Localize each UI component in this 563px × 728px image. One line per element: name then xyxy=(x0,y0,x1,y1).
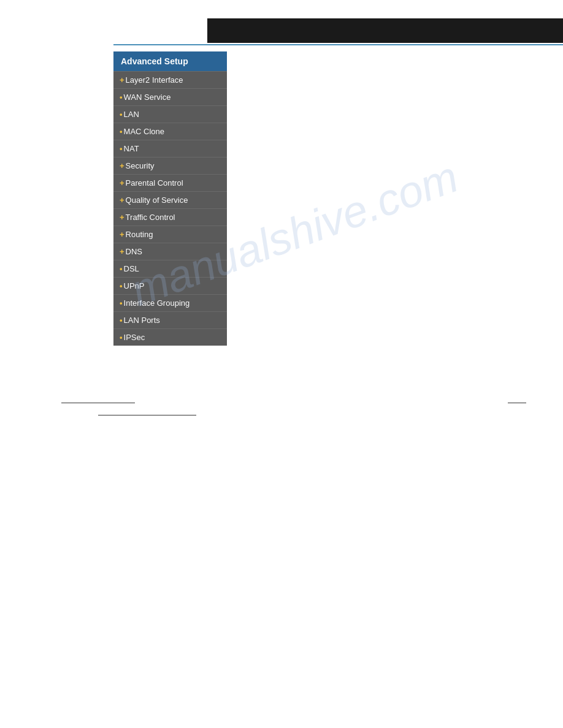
layer2-interface-prefix-icon: + xyxy=(120,75,124,85)
sidebar-item-upnp[interactable]: •UPnP xyxy=(113,277,227,294)
sidebar-item-wan-service[interactable]: •WAN Service xyxy=(113,88,227,105)
lan-label: LAN xyxy=(124,110,139,119)
sidebar-item-parental-control[interactable]: +Parental Control xyxy=(113,174,227,191)
sidebar-item-routing[interactable]: +Routing xyxy=(113,226,227,243)
quality-of-service-label: Quality of Service xyxy=(126,195,188,205)
sidebar-item-traffic-control[interactable]: +Traffic Control xyxy=(113,208,227,226)
interface-grouping-prefix-icon: • xyxy=(120,298,123,308)
sidebar-item-lan[interactable]: •LAN xyxy=(113,105,227,123)
lan-ports-label: LAN Ports xyxy=(124,316,160,325)
quality-of-service-prefix-icon: + xyxy=(120,195,124,205)
sidebar-item-quality-of-service[interactable]: +Quality of Service xyxy=(113,191,227,208)
wan-service-label: WAN Service xyxy=(124,93,171,102)
bottom-dash xyxy=(508,403,526,403)
layer2-interface-label: Layer2 Interface xyxy=(126,75,183,85)
upnp-label: UPnP xyxy=(124,281,145,290)
routing-prefix-icon: + xyxy=(120,230,124,239)
routing-label: Routing xyxy=(126,230,153,239)
bottom-line-2 xyxy=(98,415,196,415)
security-label: Security xyxy=(126,161,155,170)
sidebar-items: +Layer2 Interface•WAN Service•LAN•MAC Cl… xyxy=(113,71,227,346)
sidebar-item-dns[interactable]: +DNS xyxy=(113,243,227,260)
sidebar-header: Advanced Setup xyxy=(113,51,227,71)
interface-grouping-label: Interface Grouping xyxy=(124,298,190,308)
nat-label: NAT xyxy=(124,144,139,153)
ipsec-prefix-icon: • xyxy=(120,333,123,342)
mac-clone-prefix-icon: • xyxy=(120,127,123,136)
top-bar xyxy=(207,18,563,43)
sidebar-item-layer2-interface[interactable]: +Layer2 Interface xyxy=(113,71,227,88)
sidebar-item-nat[interactable]: •NAT xyxy=(113,140,227,157)
security-prefix-icon: + xyxy=(120,161,124,170)
lan-prefix-icon: • xyxy=(120,110,123,119)
bottom-line-1 xyxy=(61,403,135,403)
sidebar-item-lan-ports[interactable]: •LAN Ports xyxy=(113,311,227,328)
traffic-control-label: Traffic Control xyxy=(126,213,175,222)
dns-label: DNS xyxy=(126,247,142,256)
sidebar-item-interface-grouping[interactable]: •Interface Grouping xyxy=(113,294,227,311)
traffic-control-prefix-icon: + xyxy=(120,213,124,222)
lan-ports-prefix-icon: • xyxy=(120,316,123,325)
sidebar-item-ipsec[interactable]: •IPSec xyxy=(113,328,227,346)
dsl-label: DSL xyxy=(124,264,139,273)
wan-service-prefix-icon: • xyxy=(120,93,123,102)
parental-control-label: Parental Control xyxy=(126,178,183,188)
dsl-prefix-icon: • xyxy=(120,264,123,273)
mac-clone-label: MAC Clone xyxy=(124,127,164,136)
sidebar-item-dsl[interactable]: •DSL xyxy=(113,260,227,277)
dns-prefix-icon: + xyxy=(120,247,124,256)
sidebar-item-mac-clone[interactable]: •MAC Clone xyxy=(113,123,227,140)
nat-prefix-icon: • xyxy=(120,144,123,153)
ipsec-label: IPSec xyxy=(124,333,145,342)
advanced-setup-sidebar: Advanced Setup +Layer2 Interface•WAN Ser… xyxy=(113,51,227,346)
sidebar-item-security[interactable]: +Security xyxy=(113,157,227,174)
upnp-prefix-icon: • xyxy=(120,281,123,290)
horizontal-divider xyxy=(113,44,563,45)
parental-control-prefix-icon: + xyxy=(120,178,124,188)
